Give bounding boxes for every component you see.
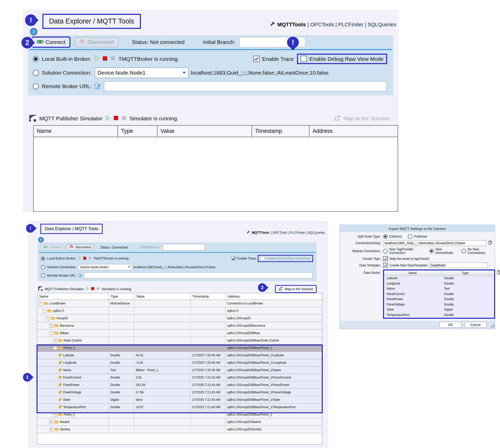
stop-icon[interactable] — [103, 56, 107, 62]
edit-icon[interactable] — [78, 273, 82, 278]
tree-row-bilbao[interactable]: −BilbaospBv1.0/GroupID/Bilbao — [37, 329, 322, 337]
collapse-icon[interactable]: − — [53, 346, 57, 350]
column-header-value[interactable]: Value — [158, 126, 252, 137]
create-tags-checkbox[interactable] — [383, 256, 388, 261]
remote-broker-radio[interactable] — [33, 83, 39, 89]
play-icon[interactable] — [94, 55, 100, 63]
play-icon[interactable] — [105, 115, 111, 122]
connect-button[interactable]: Connect — [32, 37, 70, 48]
connection-string-input[interactable] — [383, 240, 486, 246]
tree-row-name[interactable]: NameTextBilbao - Panel_11/7/2025 7:20:48… — [37, 367, 322, 374]
gear-icon[interactable] — [121, 115, 126, 122]
expand-icon[interactable]: + — [50, 324, 53, 328]
map-to-solution-button-disabled[interactable]: Map to the Solution — [334, 115, 390, 122]
model-column-type[interactable]: Type — [442, 270, 489, 276]
gear-icon[interactable] — [110, 56, 115, 62]
data-model-row-temperatureport[interactable]: TemperaturePortDouble — [384, 313, 494, 318]
tree-row-localbroker[interactable]: −LocalBrokerModuleDeviceConnection to Lo… — [37, 300, 322, 307]
tree-row-panelcurrent[interactable]: PanelCurrentDouble3.911/7/2025 7:21:43 A… — [37, 374, 322, 381]
expand-icon[interactable]: + — [53, 339, 57, 343]
enable-trace-checkbox[interactable] — [253, 56, 260, 62]
edit-icon[interactable] — [95, 83, 101, 90]
copy-icon[interactable] — [488, 240, 492, 246]
disconnect-button[interactable]: Disconnect — [67, 244, 94, 250]
data-model-row-panelcurrent[interactable]: PanelCurrentDouble — [384, 292, 494, 297]
remote-broker-url-input[interactable] — [104, 81, 387, 91]
nav-items-other[interactable]: | OPCTools | PLCFinder | SQLQueries — [307, 21, 396, 28]
stop-icon[interactable] — [114, 115, 118, 122]
column-header-value[interactable]: Value — [134, 293, 191, 300]
expand-icon[interactable]: + — [53, 413, 57, 417]
expand-icon[interactable]: + — [50, 420, 53, 424]
solution-node-dropdown[interactable]: Device.Node.Node1 — [94, 67, 189, 78]
publisher-option[interactable]: Publisher — [408, 234, 427, 239]
cancel-button[interactable]: Cancel — [465, 322, 486, 328]
map-to-solution-button[interactable]: Map to the Solution — [275, 285, 317, 293]
column-header-type[interactable]: Type — [109, 293, 134, 300]
play-icon[interactable] — [86, 287, 89, 291]
nav-items-other[interactable]: | OPCTools | PLCFinder | SQLQueries — [271, 231, 325, 234]
resize-grip[interactable] — [491, 324, 494, 328]
collapse-icon[interactable]: − — [42, 309, 46, 313]
tree-row-spbv1-0[interactable]: −spBv1.0spBv1.0 — [37, 307, 322, 315]
gear-icon[interactable] — [88, 256, 91, 261]
initial-branch-input[interactable] — [162, 244, 205, 251]
tree-row-temperatureport[interactable]: TemperaturePortDouble19.571/7/2025 7:21:… — [37, 404, 322, 411]
data-model-row-name[interactable]: NameText — [384, 286, 494, 292]
data-model-row-longitude[interactable]: LongitudeDouble — [384, 281, 494, 287]
column-header-timestamp[interactable]: Timestamp — [191, 293, 225, 300]
disconnect-button[interactable]: Disconnect — [75, 37, 118, 47]
stop-icon[interactable] — [91, 287, 94, 291]
column-header-type[interactable]: Type — [118, 126, 158, 137]
column-header-address[interactable]: Address — [225, 293, 322, 300]
local-broker-radio[interactable] — [33, 56, 39, 62]
connect-button-disabled[interactable]: Connect — [40, 244, 64, 250]
column-header-timestamp[interactable]: Timestamp — [252, 126, 309, 137]
play-icon[interactable] — [78, 256, 81, 261]
column-header-address[interactable]: Address — [309, 126, 398, 137]
new-tagprovider-option[interactable]: New TagProvider Connection — [383, 247, 423, 255]
data-template-name-input[interactable] — [429, 263, 488, 268]
enable-debug-checkbox[interactable] — [260, 256, 265, 261]
data-model-row-panelvoltage[interactable]: PanelVoltageDouble — [384, 302, 494, 308]
new-devicenode-option[interactable]: New DeviceNode — [429, 247, 455, 255]
solution-connection-radio[interactable] — [33, 70, 39, 76]
tree-row-panel-1[interactable]: −Panel_1spBv1.0/GroupID/Bilbao/Panel_1 — [37, 344, 322, 352]
column-header-name[interactable]: Name — [34, 126, 118, 137]
solution-connection-radio[interactable] — [41, 265, 45, 269]
tree-row-panelvoltage[interactable]: PanelVoltageDouble17.661/7/2025 7:21:43 … — [37, 389, 322, 396]
local-broker-radio[interactable] — [41, 256, 45, 261]
expand-icon[interactable]: + — [50, 428, 53, 431]
tree-row-sevilha[interactable]: +SevilhaspBv1.0/GroupID/Sevilha — [37, 426, 322, 433]
data-template-checkbox[interactable] — [383, 263, 388, 268]
info-icon[interactable]: i — [38, 237, 44, 242]
solution-node-dropdown[interactable]: Device.Node.Node1 — [78, 264, 132, 270]
data-model-row-latitude[interactable]: LatitudeDouble — [384, 276, 494, 281]
tree-row-panelpower[interactable]: PanelPowerDouble261.591/7/2025 7:21:43 A… — [37, 381, 322, 389]
column-header-name[interactable]: Name — [37, 293, 109, 300]
collapse-icon[interactable]: − — [46, 316, 50, 320]
model-column-name[interactable]: Name — [384, 270, 442, 276]
tree-row-groupid[interactable]: −GroupIDspBv1.0/GroupID — [37, 315, 322, 322]
collector-option[interactable]: Collector — [383, 234, 402, 239]
gear-icon[interactable] — [96, 287, 100, 291]
tree-row-latitude[interactable]: LatitudeDouble43.311/7/2025 7:20:48 AMsp… — [37, 352, 322, 359]
tree-row-node-control[interactable]: +Node ControlspBv1.0/GroupID/Bilbao/Node… — [37, 337, 322, 344]
enable-debug-checkbox[interactable] — [301, 56, 307, 62]
data-model-row-panelpower[interactable]: PanelPowerDouble — [384, 297, 494, 302]
enable-trace-checkbox[interactable] — [232, 256, 236, 261]
collapse-icon[interactable]: − — [39, 302, 43, 305]
stop-icon[interactable] — [83, 257, 86, 261]
nav-item-mqtttools[interactable]: MQTTTools — [277, 21, 306, 28]
ok-button[interactable]: OK — [439, 322, 461, 328]
remote-broker-url-input[interactable] — [84, 272, 313, 279]
nav-item-mqtttools[interactable]: MQTTTools — [252, 231, 269, 234]
tree-row-barcelona[interactable]: +BarcelonaspBv1.0/GroupID/Barcelona — [37, 322, 322, 329]
tree-row-madrid[interactable]: +MadridspBv1.0/GroupID/Madrid — [37, 418, 322, 426]
tree-row-longitude[interactable]: LongitudeDouble-3.241/7/2025 7:20:48 AMs… — [37, 359, 322, 367]
remote-broker-radio[interactable] — [41, 273, 45, 278]
collapse-icon[interactable]: − — [50, 331, 53, 335]
tree-row-panel-2[interactable]: +Panel_2spBv1.0/GroupID/Bilbao/Panel_2 — [37, 411, 322, 418]
data-model-row-state[interactable]: StateDigital — [384, 307, 494, 313]
info-icon[interactable]: i — [30, 28, 37, 35]
